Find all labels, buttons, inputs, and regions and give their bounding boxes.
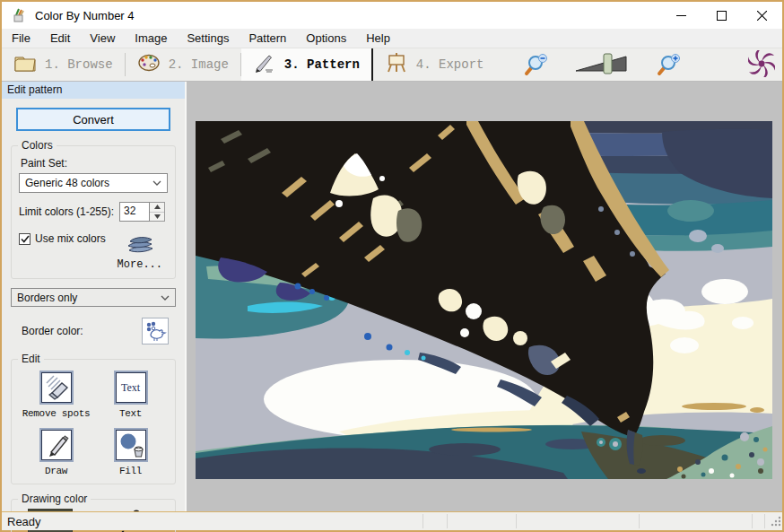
menu-view[interactable]: View [80, 29, 125, 48]
app-window: Color By Number 4 File Edit View Image S… [0, 0, 784, 532]
edit-group-title: Edit [18, 353, 44, 365]
menu-options[interactable]: Options [296, 29, 356, 48]
pen-icon [253, 53, 276, 76]
fill-icon [117, 431, 145, 459]
menu-image[interactable]: Image [125, 29, 177, 48]
borders-mode-select[interactable]: Borders only [11, 288, 176, 307]
easel-icon [385, 53, 408, 76]
limit-colors-value[interactable]: 32 [119, 202, 150, 222]
edit-pattern-panel: Edit pattern Convert Colors Paint Set: G… [2, 82, 187, 511]
status-separator [447, 514, 448, 528]
eraser-icon [43, 374, 70, 401]
tab-pattern[interactable]: 3. Pattern [241, 48, 373, 81]
status-separator [752, 514, 753, 528]
window-title: Color By Number 4 [35, 9, 135, 22]
menu-bar: File Edit View Image Settings Pattern Op… [2, 29, 782, 48]
border-color-label: Border color: [22, 325, 83, 337]
panel-header: Edit pattern [2, 82, 185, 99]
tab-browse[interactable]: 1. Browse [2, 48, 125, 81]
menu-help[interactable]: Help [356, 29, 400, 48]
minimize-button[interactable] [661, 2, 701, 29]
paint-set-select[interactable]: Generic 48 colors [19, 173, 168, 193]
borders-mode-value: Borders only [17, 292, 77, 304]
limit-colors-spinner[interactable]: 32 [119, 202, 165, 222]
draw-tool-label: Draw [45, 466, 67, 476]
convert-button[interactable]: Convert [16, 108, 170, 131]
status-text: Ready [2, 515, 41, 528]
edit-group: Edit [11, 359, 176, 484]
title-bar: Color By Number 4 [2, 2, 782, 29]
fill-tool-button[interactable] [114, 428, 148, 462]
limit-colors-label: Limit colors (1-255): [19, 205, 114, 218]
spinner-up-button[interactable] [150, 203, 164, 212]
tab-pattern-label: 3. Pattern [284, 57, 360, 72]
drawing-color-title: Drawing color [18, 493, 91, 505]
pattern-canvas[interactable] [187, 82, 782, 511]
menu-settings[interactable]: Settings [177, 29, 239, 48]
status-separator [422, 514, 423, 528]
menu-pattern[interactable]: Pattern [239, 29, 296, 48]
maximize-button[interactable] [701, 2, 742, 29]
more-link[interactable]: More... [118, 258, 162, 271]
tab-image-label: 2. Image [169, 57, 229, 72]
tab-export-label: 4. Export [416, 57, 484, 72]
status-bar: Ready [2, 511, 782, 530]
pencil-icon [43, 432, 70, 458]
menu-file[interactable]: File [2, 29, 40, 48]
use-mix-colors-checkbox[interactable]: Use mix colors [19, 232, 106, 245]
draw-tool-button[interactable] [39, 428, 74, 462]
resize-grip[interactable] [770, 515, 781, 529]
fill-tool-label: Fill [119, 466, 142, 476]
border-color-button[interactable] [142, 318, 169, 344]
text-icon: Text [121, 381, 140, 395]
folder-icon [13, 53, 37, 76]
tab-browse-label: 1. Browse [45, 57, 113, 72]
paint-set-label: Paint Set: [21, 157, 168, 170]
spinner-down-button[interactable] [150, 212, 164, 222]
use-mix-colors-label: Use mix colors [35, 232, 106, 245]
zoom-slider[interactable] [574, 52, 632, 78]
close-button[interactable] [742, 2, 782, 29]
chevron-down-icon [152, 180, 161, 186]
tab-export[interactable]: 4. Export [373, 48, 496, 81]
colors-group: Colors Paint Set: Generic 48 colors Limi… [11, 145, 176, 279]
bird-icon [144, 319, 167, 343]
colors-group-title: Colors [18, 139, 57, 152]
chevron-down-icon [161, 295, 170, 301]
pattern-canvas-image[interactable] [196, 121, 772, 479]
text-tool-label: Text [119, 408, 142, 419]
remove-spots-button[interactable] [39, 371, 74, 405]
pinwheel-icon[interactable] [748, 50, 775, 80]
status-separator [764, 514, 765, 528]
status-separator [639, 514, 640, 528]
menu-edit[interactable]: Edit [40, 29, 80, 48]
toolbar: 1. Browse 2. Image [2, 48, 782, 82]
mix-layers-icon[interactable] [124, 232, 156, 257]
text-tool-button[interactable]: Text [114, 371, 148, 405]
paint-set-value: Generic 48 colors [25, 177, 109, 189]
checkbox-box [19, 233, 30, 245]
tab-image[interactable]: 2. Image [126, 48, 240, 81]
palette-icon [137, 53, 161, 76]
app-icon [11, 7, 27, 23]
zoom-in-icon[interactable] [657, 53, 682, 76]
remove-spots-label: Remove spots [22, 408, 91, 419]
zoom-out-icon[interactable] [524, 53, 549, 76]
status-separator [516, 514, 517, 528]
